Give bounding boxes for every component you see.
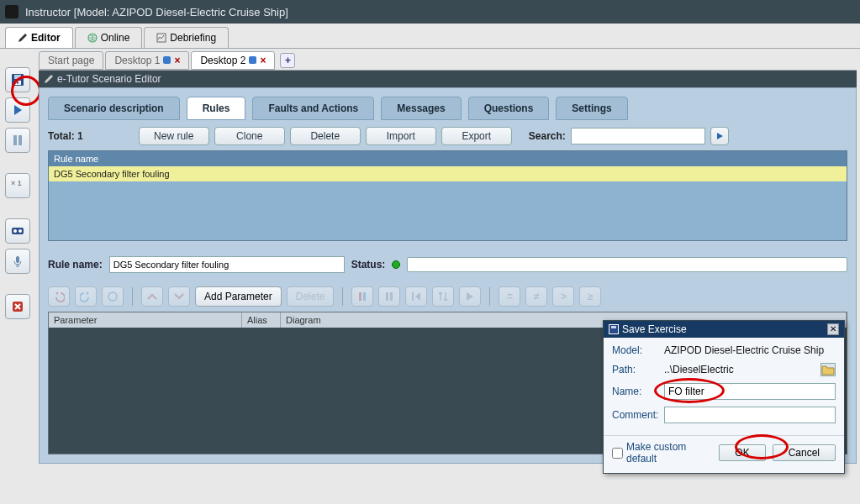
- svg-rect-7: [18, 135, 22, 145]
- tab-editor[interactable]: Editor: [5, 27, 73, 48]
- play-icon: [464, 291, 476, 302]
- svg-rect-1: [157, 34, 166, 42]
- undo-icon: [53, 291, 65, 302]
- mic-button[interactable]: [5, 249, 30, 274]
- play-button[interactable]: [5, 97, 30, 123]
- name-input[interactable]: [664, 383, 836, 400]
- ok-button[interactable]: OK: [719, 444, 765, 461]
- chart-icon: [156, 33, 166, 43]
- path-label: Path:: [612, 364, 659, 375]
- add-parameter-button[interactable]: Add Parameter: [195, 286, 282, 307]
- refresh-button[interactable]: [102, 286, 124, 307]
- tab-online[interactable]: Online: [75, 27, 143, 48]
- export-rule-button[interactable]: Export: [441, 127, 512, 145]
- sort-button[interactable]: [432, 286, 454, 307]
- dialog-title: Save Exercise: [622, 323, 687, 335]
- status-bar: [407, 257, 847, 272]
- import-rule-button[interactable]: Import: [366, 127, 436, 145]
- add-desktop-button[interactable]: +: [280, 53, 295, 68]
- app-icon: [5, 5, 18, 18]
- make-default-input[interactable]: [612, 448, 623, 459]
- tape-icon: [11, 224, 24, 238]
- cancel-button[interactable]: Cancel: [773, 444, 836, 461]
- browse-path-button[interactable]: [820, 363, 836, 376]
- scenario-tabs: Scenario description Rules Faults and Ac…: [48, 97, 847, 120]
- delete-parameter-button[interactable]: Delete: [287, 286, 335, 307]
- tab-desktop-1[interactable]: Desktop 1 ×: [105, 51, 189, 70]
- window-chip-icon: [163, 56, 171, 64]
- main-tab-strip: Editor Online Debriefing: [0, 24, 860, 49]
- tab-rules[interactable]: Rules: [187, 97, 246, 120]
- pencil-icon: [18, 33, 28, 43]
- pause-gray-button[interactable]: [378, 286, 400, 307]
- tab-scenario-description[interactable]: Scenario description: [48, 97, 180, 120]
- op-equals-button[interactable]: =: [499, 286, 520, 307]
- model-value: AZIPOD Diesel-Electric Cruise Ship: [664, 344, 824, 356]
- rule-name-input[interactable]: [109, 256, 345, 273]
- status-label: Status:: [351, 259, 386, 270]
- delete-rule-button[interactable]: Delete: [290, 127, 361, 145]
- clone-rule-button[interactable]: Clone: [214, 127, 285, 145]
- close-icon[interactable]: ×: [174, 55, 180, 66]
- op-greater-button[interactable]: >: [552, 286, 574, 307]
- svg-point-9: [13, 229, 17, 233]
- tab-desktop2-label: Desktop 2: [200, 55, 245, 66]
- greater-icon: >: [561, 291, 567, 302]
- undo-button[interactable]: [48, 286, 70, 307]
- op-greatereq-button[interactable]: ≥: [579, 286, 601, 307]
- pause-button[interactable]: [5, 128, 30, 153]
- scenario-editor-title: e-Tutor Scenario Editor: [57, 73, 161, 85]
- make-default-checkbox[interactable]: Make custom default: [612, 441, 705, 465]
- tab-desktop1-label: Desktop 1: [114, 55, 160, 66]
- window-title: Instructor [Model: AZIPOD Diesel-Electri…: [25, 6, 288, 18]
- globe-icon: [87, 33, 98, 43]
- tab-questions[interactable]: Questions: [468, 97, 550, 120]
- rules-total: Total: 1: [48, 130, 83, 142]
- op-notequals-button[interactable]: ≠: [525, 286, 547, 307]
- step-forward-button[interactable]: [459, 286, 481, 307]
- save-button[interactable]: [5, 67, 30, 92]
- svg-rect-20: [611, 326, 616, 328]
- comment-input[interactable]: [664, 407, 836, 423]
- record-tape-button[interactable]: [5, 218, 30, 244]
- svg-rect-16: [390, 292, 393, 301]
- pause-bars-icon: [356, 291, 368, 302]
- dialog-title-bar[interactable]: Save Exercise ✕: [604, 321, 844, 338]
- chevron-down-icon: [173, 291, 185, 302]
- tab-desktop-2[interactable]: Desktop 2 ×: [191, 51, 275, 70]
- redo-button[interactable]: [75, 286, 97, 307]
- tab-settings[interactable]: Settings: [556, 97, 627, 120]
- move-down-button[interactable]: [168, 286, 190, 307]
- tab-start-label: Start page: [48, 55, 94, 66]
- speed-x1-button[interactable]: × 1: [5, 173, 30, 198]
- comment-label: Comment:: [612, 409, 659, 421]
- window-chip-icon: [249, 56, 256, 64]
- search-go-button[interactable]: [710, 127, 729, 145]
- new-rule-button[interactable]: New rule: [139, 127, 209, 145]
- svg-rect-3: [14, 75, 21, 79]
- x1-icon: × 1: [11, 179, 24, 192]
- left-toolbar: × 1: [5, 67, 34, 319]
- pause-icon: [383, 291, 395, 302]
- rules-toolbar: Total: 1 New rule Clone Delete Import Ex…: [48, 127, 847, 145]
- close-icon[interactable]: ×: [260, 55, 266, 66]
- tab-start-page[interactable]: Start page: [39, 51, 103, 70]
- tab-messages[interactable]: Messages: [381, 97, 461, 120]
- move-up-button[interactable]: [141, 286, 163, 307]
- sort-icon: [437, 291, 449, 302]
- pause-expr-button[interactable]: [351, 286, 373, 307]
- rule-row[interactable]: DG5 Secondary filter fouling: [49, 166, 847, 181]
- step-back-button[interactable]: [405, 286, 427, 307]
- search-input[interactable]: [571, 128, 705, 144]
- floppy-icon: [11, 73, 24, 87]
- title-bar: Instructor [Model: AZIPOD Diesel-Electri…: [0, 0, 860, 24]
- svg-rect-6: [13, 135, 17, 145]
- parameter-toolbar: Add Parameter Delete = ≠ > ≥: [48, 281, 847, 312]
- svg-rect-17: [412, 292, 414, 301]
- stop-button[interactable]: [5, 294, 30, 319]
- tab-faults-actions[interactable]: Faults and Actions: [252, 97, 374, 120]
- stop-icon: [11, 300, 24, 313]
- tab-debriefing[interactable]: Debriefing: [144, 27, 229, 48]
- dialog-close-button[interactable]: ✕: [827, 323, 839, 335]
- svg-rect-11: [16, 256, 19, 263]
